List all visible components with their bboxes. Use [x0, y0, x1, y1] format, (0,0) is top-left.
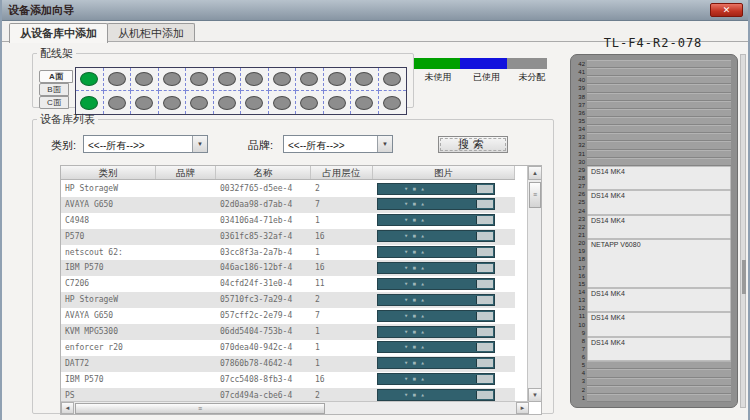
port[interactable] — [218, 72, 236, 86]
cell-brand — [156, 340, 216, 356]
rack-empty-slot — [587, 158, 731, 166]
rack-device-block[interactable]: NETAPP V6080 — [587, 239, 731, 288]
close-button[interactable]: ✕ — [710, 3, 743, 17]
filter-row: 类别: <<--所有-->> ▼ 品牌: <<--所有-->> ▼ 搜索 — [33, 135, 553, 155]
titlebar[interactable]: 设备添加向导 ✕ — [2, 0, 748, 21]
panel-side-tab-3[interactable]: C面 — [39, 96, 69, 109]
table-row[interactable]: C4948034106a4-71eb-41▾▪▴ — [61, 213, 515, 229]
port[interactable] — [383, 96, 401, 110]
table-vertical-scrollbar[interactable]: ▲ ≡ ▼ — [527, 166, 541, 402]
port[interactable] — [273, 96, 291, 110]
column-header[interactable]: 品牌 — [156, 166, 216, 179]
column-header[interactable]: 图片 — [373, 166, 515, 179]
cell-slots: 16 — [311, 229, 373, 245]
table-row[interactable]: C720604cfd24f-31e0-411▾▪▴ — [61, 276, 515, 292]
rack-slot-number: 34 — [571, 125, 587, 133]
device-thumbnail-tail — [476, 248, 493, 256]
rack-device-block[interactable]: DS14 MK4 — [587, 190, 731, 214]
category-select-value: <<--所有-->> — [88, 139, 145, 153]
port[interactable] — [108, 96, 126, 110]
scroll-up-icon[interactable]: ▲ — [528, 166, 542, 180]
rack-device-block[interactable]: DS14 MK4 — [587, 312, 731, 336]
rack-device-block[interactable]: DS14 MK4 — [587, 166, 731, 190]
column-header[interactable]: 名称 — [216, 166, 311, 179]
device-thumbnail-tail — [476, 296, 493, 304]
search-button[interactable]: 搜索 — [438, 136, 508, 153]
brand-select[interactable]: <<--所有-->> ▼ — [283, 135, 393, 153]
horizontal-scroll-thumb[interactable]: ≡ — [75, 403, 325, 414]
port[interactable] — [190, 72, 208, 86]
table-row[interactable]: IBM P570046ac186-12bf-416▾▪▴ — [61, 260, 515, 276]
port[interactable] — [218, 96, 236, 110]
scroll-right-icon[interactable]: ► — [516, 402, 529, 414]
panel-side-tab-1[interactable]: A面 — [39, 70, 73, 83]
rack: 4241403938373635343332313029282726252423… — [570, 54, 738, 408]
rack-slot-number: 30 — [571, 158, 587, 166]
cell-brand — [156, 276, 216, 292]
table-row[interactable]: HP StorageW05710fc3-7a29-42▾▪▴ — [61, 292, 515, 308]
rack-slot-number: 3 — [571, 377, 587, 385]
port[interactable] — [328, 72, 346, 86]
port[interactable] — [355, 96, 373, 110]
rack-device-block[interactable]: DS14 MK4 — [587, 288, 731, 312]
port[interactable] — [190, 96, 208, 110]
rack-device-label: DS14 MK4 — [588, 167, 730, 176]
table-row[interactable]: HP StorageW0032f765-d5ee-42▾▪▴ — [61, 181, 515, 197]
column-header[interactable]: 占用层位 — [311, 166, 373, 179]
table-row[interactable]: DAT7207860b78-4642-41▾▪▴ — [61, 356, 515, 372]
device-thumbnail-image: ▾▪▴ — [377, 326, 495, 338]
table-row[interactable]: enforcer r20070dea40-942c-41▾▪▴ — [61, 340, 515, 356]
port[interactable] — [163, 72, 181, 86]
port[interactable] — [273, 72, 291, 86]
table-row[interactable]: AVAYA G65002d0aa98-d7ab-47▾▪▴ — [61, 197, 515, 213]
scroll-left-icon[interactable]: ◄ — [61, 402, 74, 414]
cell-name: 05710fc3-7a29-4 — [216, 292, 311, 308]
column-header[interactable]: 类别 — [61, 166, 156, 179]
table-row[interactable]: P5700361fc85-32af-416▾▪▴ — [61, 229, 515, 245]
port-cell — [351, 68, 379, 91]
scroll-down-icon[interactable]: ▼ — [528, 388, 542, 402]
rack-scroll-thumb[interactable] — [742, 260, 746, 294]
vertical-scroll-thumb[interactable]: ≡ — [529, 182, 541, 208]
rack-slot-number: 13 — [571, 296, 587, 304]
table-body: HP StorageW0032f765-d5ee-42▾▪▴AVAYA G650… — [61, 181, 515, 403]
port[interactable] — [245, 96, 263, 110]
port[interactable] — [80, 96, 98, 110]
port[interactable] — [300, 72, 318, 86]
rack-device-block[interactable]: DS14 MK4 — [587, 215, 731, 239]
patch-panel-group-label: 配线架 — [37, 46, 76, 61]
rack-empty-slot — [587, 378, 731, 386]
rack-empty-slot — [587, 141, 731, 149]
cell-brand — [156, 213, 216, 229]
table-row[interactable]: AVAYA G650057cff2c-2e79-47▾▪▴ — [61, 308, 515, 324]
rack-device-block[interactable]: DS14 MK4 — [587, 337, 731, 361]
cell-picture: ▾▪▴ — [373, 260, 515, 276]
port[interactable] — [383, 72, 401, 86]
table-horizontal-scrollbar[interactable]: ◄ ≡ ► — [61, 401, 529, 414]
tab-add-from-cabinet[interactable]: 从机柜中添加 — [107, 23, 195, 42]
table-row[interactable]: IBM P57007cc5408-8fb3-416▾▪▴ — [61, 372, 515, 388]
port[interactable] — [300, 96, 318, 110]
rack-slot-number: 20 — [571, 239, 587, 247]
rack-slot-numbers: 4241403938373635343332313029282726252423… — [571, 60, 587, 402]
rack-scrollbar[interactable] — [740, 54, 746, 408]
tab-add-from-library[interactable]: 从设备库中添加 — [9, 23, 108, 43]
port[interactable] — [135, 72, 153, 86]
chevron-down-icon[interactable]: ▼ — [377, 136, 392, 152]
chevron-down-icon[interactable]: ▼ — [192, 136, 207, 152]
port[interactable] — [135, 96, 153, 110]
port[interactable] — [245, 72, 263, 86]
table-row[interactable]: KVM MPG530006dd5404-753b-41▾▪▴ — [61, 324, 515, 340]
window-title: 设备添加向导 — [8, 3, 74, 18]
port[interactable] — [80, 72, 98, 86]
port[interactable] — [108, 72, 126, 86]
device-thumbnail-tail — [476, 312, 493, 320]
port[interactable] — [328, 96, 346, 110]
rack-slot-number: 15 — [571, 280, 587, 288]
table-row[interactable]: netscout 62:03cc8f3a-2a7b-41▾▪▴ — [61, 245, 515, 261]
port[interactable] — [355, 72, 373, 86]
category-select[interactable]: <<--所有-->> ▼ — [83, 135, 208, 153]
port-cell — [269, 91, 297, 114]
panel-side-tab-2[interactable]: B面 — [39, 83, 69, 96]
port[interactable] — [163, 96, 181, 110]
